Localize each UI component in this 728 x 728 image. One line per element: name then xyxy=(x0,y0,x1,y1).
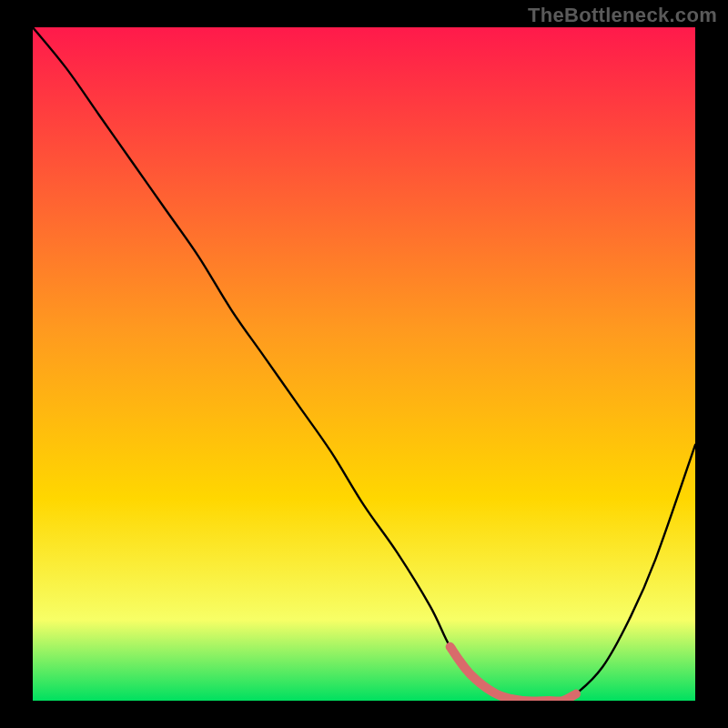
watermark-text: TheBottleneck.com xyxy=(528,4,717,27)
plot-background xyxy=(33,27,695,701)
chart-frame: { "watermark": "TheBottleneck.com", "col… xyxy=(0,0,728,728)
bottleneck-chart xyxy=(0,0,728,728)
